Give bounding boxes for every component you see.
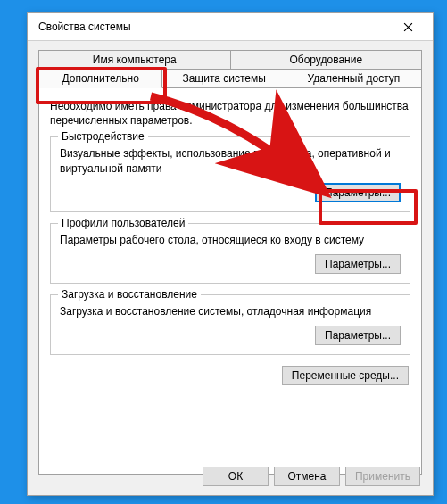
group-performance-title: Быстродействие bbox=[58, 130, 148, 143]
tab-system-protection[interactable]: Защита системы bbox=[162, 69, 286, 88]
ok-button[interactable]: ОК bbox=[203, 467, 269, 486]
tab-computer-name[interactable]: Имя компьютера bbox=[38, 50, 231, 69]
tab-hardware[interactable]: Оборудование bbox=[231, 50, 423, 69]
group-profiles: Профили пользователей Параметры рабочего… bbox=[50, 223, 410, 284]
close-button[interactable] bbox=[390, 14, 426, 39]
group-profiles-desc: Параметры рабочего стола, относящиеся ко… bbox=[60, 233, 401, 247]
dialog-buttons: ОК Отмена Применить bbox=[203, 467, 420, 486]
group-startup: Загрузка и восстановление Загрузка и вос… bbox=[50, 294, 410, 355]
tab-row-front: Дополнительно Защита системы Удаленный д… bbox=[38, 69, 422, 87]
group-profiles-title: Профили пользователей bbox=[58, 217, 188, 229]
tab-advanced[interactable]: Дополнительно bbox=[38, 69, 162, 88]
close-icon bbox=[403, 22, 413, 32]
env-row: Переменные среды... bbox=[50, 366, 410, 385]
profiles-settings-button[interactable]: Параметры... bbox=[315, 254, 401, 274]
tab-container: Имя компьютера Оборудование Дополнительн… bbox=[38, 50, 422, 475]
tab-panel-advanced: Необходимо иметь права администратора дл… bbox=[38, 87, 422, 475]
system-properties-dialog: Свойства системы Имя компьютера Оборудов… bbox=[27, 12, 434, 496]
group-performance-desc: Визуальные эффекты, использование процес… bbox=[60, 146, 401, 175]
cancel-button[interactable]: Отмена bbox=[274, 467, 340, 486]
group-startup-title: Загрузка и восстановление bbox=[58, 288, 201, 301]
group-performance: Быстродействие Визуальные эффекты, испол… bbox=[50, 136, 410, 211]
titlebar: Свойства системы bbox=[28, 13, 433, 41]
group-startup-desc: Загрузка и восстановление системы, отлад… bbox=[60, 304, 401, 318]
dialog-title: Свойства системы bbox=[38, 21, 390, 33]
intro-text: Необходимо иметь права администратора дл… bbox=[50, 99, 410, 128]
performance-settings-button[interactable]: Параметры... bbox=[315, 183, 401, 202]
apply-button[interactable]: Применить bbox=[345, 467, 420, 486]
startup-settings-button[interactable]: Параметры... bbox=[315, 326, 401, 345]
environment-variables-button[interactable]: Переменные среды... bbox=[282, 366, 409, 385]
tab-row-back: Имя компьютера Оборудование bbox=[38, 50, 422, 69]
tab-remote[interactable]: Удаленный доступ bbox=[286, 69, 422, 88]
